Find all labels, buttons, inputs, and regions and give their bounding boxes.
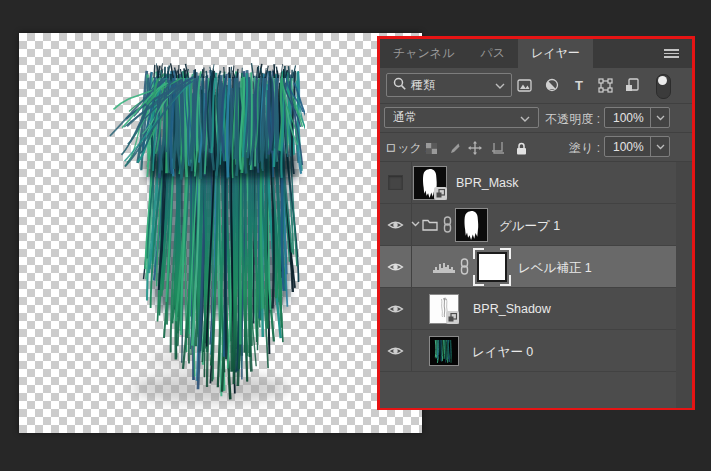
blend-mode-value: 通常 <box>393 109 417 126</box>
opacity-dropdown-icon[interactable] <box>650 108 669 127</box>
tab-paths[interactable]: パス <box>467 39 518 68</box>
layer-thumbnail[interactable] <box>429 336 459 366</box>
visibility-toggle[interactable] <box>380 330 412 371</box>
smart-object-badge-icon <box>434 187 447 200</box>
lock-transparency-icon[interactable] <box>424 141 438 155</box>
layer-row-levels-1[interactable]: レベル補正 1 <box>380 246 692 288</box>
filter-kind-label: 種類 <box>411 77 435 94</box>
tab-layers[interactable]: レイヤー <box>518 39 593 68</box>
filter-adjustment-layers-icon[interactable] <box>544 77 560 93</box>
tab-channels[interactable]: チャンネル <box>380 39 467 68</box>
opacity-label: 不透明度 : <box>512 111 600 128</box>
lock-pixels-icon[interactable] <box>446 141 460 155</box>
lock-artboard-icon[interactable] <box>491 141 505 155</box>
fill-field[interactable]: 100% <box>604 136 670 157</box>
layer-row-bpr-mask[interactable]: BPR_Mask <box>380 162 692 204</box>
blend-mode-row: 通常 不透明度 : 100% <box>380 103 692 132</box>
visibility-toggle[interactable] <box>380 288 412 329</box>
layer-thumbnail[interactable] <box>413 166 447 200</box>
visibility-toggle[interactable] <box>380 162 412 203</box>
filter-kind-select[interactable]: 種類 <box>386 73 512 97</box>
layer-thumbnail[interactable] <box>429 294 459 324</box>
layer-row-layer-0[interactable]: レイヤー 0 <box>380 330 692 372</box>
eye-icon <box>387 345 404 357</box>
eye-icon <box>387 303 404 315</box>
panel-menu-icon[interactable] <box>664 49 679 58</box>
hair-artwork <box>105 60 305 415</box>
layer-filter-row: 種類 T <box>380 68 692 103</box>
smart-object-badge-icon <box>446 311 459 324</box>
lock-position-icon[interactable] <box>468 141 482 155</box>
layers-scrollbar-track[interactable] <box>676 162 692 408</box>
layer-name[interactable]: グループ 1 <box>499 218 560 235</box>
filter-smart-objects-icon[interactable] <box>624 77 640 93</box>
group-mask-thumbnail[interactable] <box>455 208 488 242</box>
layer-row-group-1[interactable]: グループ 1 <box>380 204 692 246</box>
filter-on-off-toggle[interactable] <box>656 74 671 99</box>
chevron-down-icon <box>495 78 505 92</box>
fill-label: 塗り : <box>512 140 600 157</box>
folder-icon <box>422 218 438 231</box>
filter-shape-layers-icon[interactable] <box>597 77 613 93</box>
levels-adjustment-icon <box>433 261 456 273</box>
layer-name[interactable]: レイヤー 0 <box>472 344 533 361</box>
group-expand-chevron-icon[interactable] <box>411 221 420 227</box>
adjustment-mask-thumbnail-selected[interactable] <box>473 248 511 286</box>
fill-dropdown-icon[interactable] <box>650 137 669 156</box>
layer-name[interactable]: レベル補正 1 <box>518 260 592 277</box>
eye-icon <box>387 219 404 231</box>
visibility-toggle[interactable] <box>380 246 412 287</box>
layer-row-bpr-shadow[interactable]: BPR_Shadow <box>380 288 692 330</box>
mask-link-icon <box>460 258 469 275</box>
mask-link-icon <box>443 216 452 233</box>
layers-list: BPR_Mask グループ 1 <box>380 161 692 408</box>
lock-label: ロック : <box>385 140 429 157</box>
layer-name[interactable]: BPR_Mask <box>456 176 519 190</box>
visibility-off-well <box>388 175 403 190</box>
layer-name[interactable]: BPR_Shadow <box>473 302 551 316</box>
filter-type-layers-icon[interactable]: T <box>571 77 587 93</box>
lock-row: ロック : 塗り : 100% <box>380 132 692 161</box>
layers-panel: チャンネル パス レイヤー 種類 T 通常 <box>377 36 695 410</box>
visibility-toggle[interactable] <box>380 204 412 245</box>
opacity-value[interactable]: 100% <box>605 108 650 127</box>
document-canvas[interactable] <box>19 33 422 433</box>
eye-icon <box>387 261 404 273</box>
fill-value[interactable]: 100% <box>605 137 650 156</box>
opacity-field[interactable]: 100% <box>604 107 670 128</box>
search-icon <box>393 77 406 93</box>
panel-tabbar: チャンネル パス レイヤー <box>380 39 692 68</box>
filter-pixel-layers-icon[interactable] <box>516 77 532 93</box>
